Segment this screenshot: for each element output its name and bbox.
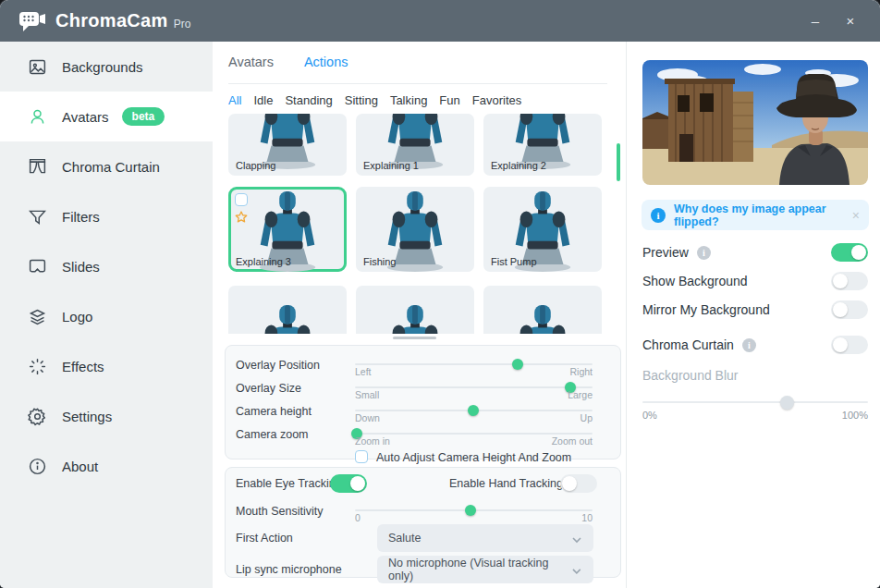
flip-notice-text[interactable]: Why does my image appear flipped? xyxy=(674,202,852,228)
camera-height-slider[interactable]: DownUp xyxy=(355,399,593,423)
slider-min-label: 0 xyxy=(355,512,361,523)
chevron-down-icon xyxy=(571,533,582,544)
sidebar-item-logo[interactable]: Logo xyxy=(0,291,213,341)
sidebar-item-backgrounds[interactable]: Backgrounds xyxy=(0,42,213,92)
filter-fun[interactable]: Fun xyxy=(439,93,459,107)
avatar-thumbnail xyxy=(230,302,346,334)
favorite-star-icon[interactable] xyxy=(234,210,249,225)
action-thumb-explaining-3[interactable]: Explaining 3 xyxy=(228,187,347,272)
flip-notice-banner[interactable]: i Why does my image appear flipped? × xyxy=(642,200,869,230)
hand-tracking-toggle[interactable] xyxy=(560,474,597,493)
action-thumb-fishing[interactable]: Fishing xyxy=(356,187,474,272)
filter-all[interactable]: All xyxy=(228,93,241,107)
sidebar-item-about[interactable]: About xyxy=(0,441,213,491)
tab-avatars[interactable]: Avatars xyxy=(228,55,274,69)
sidebar-item-slides[interactable]: Slides xyxy=(0,241,213,291)
info-icon[interactable]: i xyxy=(742,338,756,352)
grid-scrollbar-thumb[interactable] xyxy=(617,143,620,181)
info-icon[interactable]: i xyxy=(697,246,711,260)
slider-track xyxy=(355,363,593,365)
action-label: Fist Pump xyxy=(491,256,537,267)
image-icon xyxy=(28,57,47,77)
dropdown-value: No microphone (Visual tracking only) xyxy=(388,557,571,582)
action-thumb-explaining-2[interactable]: Explaining 2 xyxy=(483,114,602,176)
toggle-knob xyxy=(350,476,365,491)
minimize-button[interactable]: – xyxy=(806,13,825,29)
app-title-suffix: Pro xyxy=(174,18,191,31)
funnel-icon xyxy=(28,207,47,227)
overlay-size-slider[interactable]: SmallLarge xyxy=(355,376,593,399)
slider-max-label: Zoom out xyxy=(552,435,593,447)
mirror-background-toggle[interactable] xyxy=(831,300,868,319)
mouth-sensitivity-label: Mouth Sensitivity xyxy=(236,505,323,518)
sidebar-item-avatars[interactable]: Avatars beta xyxy=(0,92,213,141)
auto-adjust-label: Auto Adjust Camera Height And Zoom xyxy=(376,451,571,464)
grid-drag-handle[interactable] xyxy=(393,337,436,339)
tab-actions[interactable]: Actions xyxy=(304,55,348,69)
layers-icon xyxy=(28,307,47,326)
mouth-sensitivity-slider[interactable]: 010 xyxy=(355,499,593,522)
toggle-knob xyxy=(833,302,848,317)
info-icon xyxy=(28,457,47,476)
sidebar: Backgrounds Avatars beta Chroma Curtain … xyxy=(0,42,213,588)
action-thumb[interactable] xyxy=(228,286,347,334)
camera-zoom-slider[interactable]: Zoom inZoom out xyxy=(355,423,593,446)
slider-knob[interactable] xyxy=(780,396,794,410)
action-thumb[interactable] xyxy=(483,286,602,334)
sidebar-item-filters[interactable]: Filters xyxy=(0,191,213,241)
action-thumb-explaining-1[interactable]: Explaining 1 xyxy=(356,114,474,176)
slider-label: Camera zoom xyxy=(236,428,309,441)
filter-talking[interactable]: Talking xyxy=(390,93,427,107)
filter-standing[interactable]: Standing xyxy=(285,93,332,107)
action-thumb[interactable] xyxy=(356,286,474,334)
tabs: Avatars Actions xyxy=(228,55,348,69)
lip-sync-dropdown[interactable]: No microphone (Visual tracking only) xyxy=(377,556,593,583)
sidebar-item-label: Filters xyxy=(62,209,100,225)
background-blur-slider[interactable] xyxy=(642,393,868,411)
action-thumb-clapping[interactable]: Clapping xyxy=(228,114,347,176)
show-background-label: Show Background xyxy=(642,274,748,288)
filter-sitting[interactable]: Sitting xyxy=(345,93,378,107)
action-label: Explaining 2 xyxy=(491,160,546,171)
auto-adjust-checkbox[interactable] xyxy=(355,450,368,463)
beta-badge: beta xyxy=(122,107,165,126)
chroma-curtain-toggle[interactable] xyxy=(831,336,868,354)
sidebar-item-effects[interactable]: Effects xyxy=(0,341,213,391)
first-action-dropdown[interactable]: Salute xyxy=(377,524,593,552)
slider-track xyxy=(355,386,593,388)
sidebar-item-label: About xyxy=(62,459,98,474)
preview-panel: i Why does my image appear flipped? × Pr… xyxy=(626,42,880,588)
filter-favorites[interactable]: Favorites xyxy=(472,93,521,107)
action-label: Fishing xyxy=(363,256,396,267)
toggle-knob xyxy=(562,476,577,491)
presentation-icon xyxy=(28,257,47,276)
dismiss-banner-icon[interactable]: × xyxy=(852,208,860,223)
chevron-down-icon xyxy=(571,564,582,575)
blur-min-label: 0% xyxy=(642,410,657,421)
action-checkbox[interactable] xyxy=(235,193,248,206)
sidebar-item-settings[interactable]: Settings xyxy=(0,391,213,441)
filter-idle[interactable]: Idle xyxy=(253,93,273,107)
sidebar-item-label: Slides xyxy=(62,259,100,275)
close-button[interactable]: × xyxy=(841,13,860,29)
tracking-settings-card: Enable Eye Tracking Enable Hand Tracking… xyxy=(225,467,621,578)
info-icon: i xyxy=(651,208,666,223)
actions-grid: Clapping Explaining 1 xyxy=(228,114,607,334)
first-action-label: First Action xyxy=(236,532,293,545)
toggle-knob xyxy=(833,274,848,288)
avatar-thumbnail xyxy=(358,302,473,334)
camera-preview xyxy=(642,60,868,185)
sidebar-item-chroma-curtain[interactable]: Chroma Curtain xyxy=(0,141,213,191)
eye-tracking-toggle[interactable] xyxy=(330,474,367,493)
tab-divider xyxy=(228,83,607,84)
preview-toggle[interactable] xyxy=(831,243,868,262)
action-thumb-fist-pump[interactable]: Fist Pump xyxy=(483,187,602,272)
show-background-toggle[interactable] xyxy=(831,272,868,290)
slider-track xyxy=(642,401,868,403)
gear-icon xyxy=(28,407,47,426)
overlay-camera-settings-card: Overlay Position LeftRight Overlay Size … xyxy=(225,345,621,459)
action-label: Clapping xyxy=(236,160,275,171)
overlay-position-slider[interactable]: LeftRight xyxy=(355,353,593,376)
dropdown-value: Salute xyxy=(388,532,421,545)
blur-max-label: 100% xyxy=(842,410,868,421)
